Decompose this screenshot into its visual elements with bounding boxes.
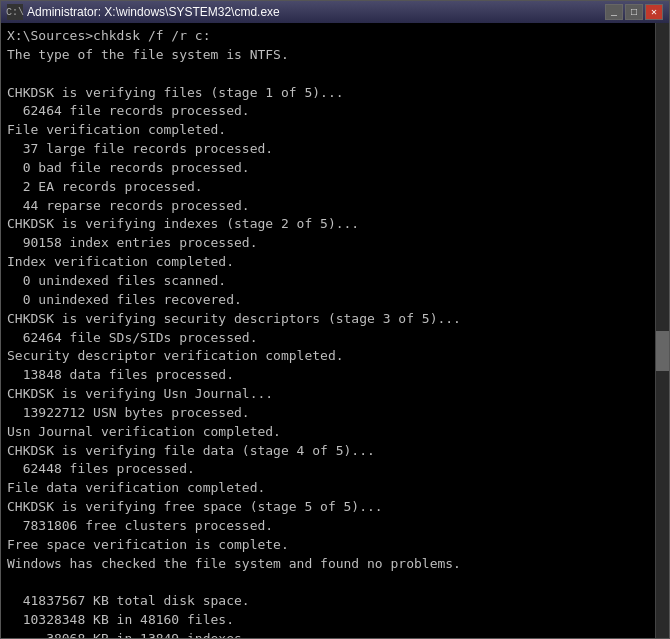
title-bar: C:\ Administrator: X:\windows\SYSTEM32\c… <box>1 1 669 23</box>
scrollbar-thumb[interactable] <box>656 331 669 371</box>
window-title: Administrator: X:\windows\SYSTEM32\cmd.e… <box>27 5 280 19</box>
minimize-button[interactable]: _ <box>605 4 623 20</box>
console-output: X:\Sources>chkdsk /f /r c: The type of t… <box>1 23 669 638</box>
console-text: X:\Sources>chkdsk /f /r c: The type of t… <box>7 27 647 638</box>
close-button[interactable]: ✕ <box>645 4 663 20</box>
cmd-window: C:\ Administrator: X:\windows\SYSTEM32\c… <box>0 0 670 639</box>
maximize-button[interactable]: □ <box>625 4 643 20</box>
title-bar-left: C:\ Administrator: X:\windows\SYSTEM32\c… <box>7 4 280 20</box>
window-controls: _ □ ✕ <box>605 4 663 20</box>
scrollbar[interactable] <box>655 23 669 638</box>
cmd-icon: C:\ <box>7 4 23 20</box>
